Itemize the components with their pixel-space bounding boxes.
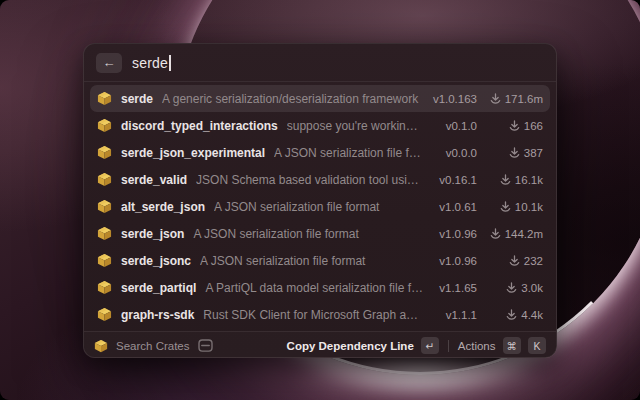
row-meta: v0.0.0 387 [433,147,543,159]
command-icon: ⌘ [507,340,518,352]
crate-description: A JSON serialization file format [193,227,424,241]
crate-version: v1.0.96 [433,255,477,267]
row-meta: v1.0.61 10.1k [433,201,543,213]
result-row-serde-json[interactable]: serde_json A JSON serialization file for… [90,220,550,247]
result-row-serde-jsonc[interactable]: serde_jsonc A JSON serialization file fo… [90,247,550,274]
crate-icon [97,118,112,133]
crate-description: JSON Schema based validation tool using … [196,173,424,187]
crate-icon [97,199,112,214]
row-meta: v1.0.96 232 [433,255,543,267]
crate-downloads: 171.6m [487,93,543,105]
crate-version: v0.1.0 [433,120,477,132]
crate-name: serde_jsonc [121,254,191,268]
extension-crate-icon [94,339,108,353]
crate-description: A JSON serialization file format [214,200,424,214]
k-key-badge: K [528,337,546,354]
search-input[interactable]: serde [132,55,171,71]
result-row-serde[interactable]: serde A generic serialization/deserializ… [90,85,550,112]
crate-downloads: 387 [487,147,543,159]
crate-downloads: 3.0k [487,282,543,294]
back-arrow-icon: ← [103,55,116,70]
row-meta: v0.1.0 166 [433,120,543,132]
crate-name: serde_valid [121,173,187,187]
download-icon [500,174,511,185]
action-bar: Search Crates Copy Dependency Line ↵ Act… [84,331,556,358]
crate-downloads: 144.2m [487,228,543,240]
command-key-badge: ⌘ [503,337,522,354]
crate-icon [97,253,112,268]
divider [448,340,449,352]
command-name: Search Crates [116,340,190,352]
wallpaper-glow [290,352,550,396]
action-bar-right: Copy Dependency Line ↵ Actions ⌘ K [287,337,546,354]
crate-version: v0.0.0 [433,147,477,159]
crate-downloads: 4.4k [487,309,543,321]
download-icon [506,282,517,293]
crate-description: A JSON serialization file format [274,146,424,160]
crate-version: v1.0.163 [433,93,477,105]
download-icon [509,120,520,131]
crate-icon [97,307,112,322]
result-row-serde-valid[interactable]: serde_valid JSON Schema based validation… [90,166,550,193]
crate-version: v1.0.61 [433,201,477,213]
row-meta: v1.1.65 3.0k [433,282,543,294]
crate-description: suppose you're working with discord slas… [287,119,424,133]
text-cursor [169,55,171,71]
actions-menu-button[interactable]: Actions [458,340,496,352]
crate-name: alt_serde_json [121,200,205,214]
crate-description: A generic serialization/deserialization … [162,92,424,106]
crate-name: serde_partiql [121,281,196,295]
result-row-graph-rs-sdk[interactable]: graph-rs-sdk Rust SDK Client for Microso… [90,301,550,328]
crate-version: v1.1.1 [433,309,477,321]
crate-description: Rust SDK Client for Microsoft Graph and … [203,308,424,322]
results-list: serde A generic serialization/deserializ… [84,82,556,331]
result-row-discord-typed-interactions[interactable]: discord_typed_interactions suppose you'r… [90,112,550,139]
crate-version: v0.16.1 [433,174,477,186]
crate-name: graph-rs-sdk [121,308,194,322]
crate-downloads: 16.1k [487,174,543,186]
row-meta: v1.0.96 144.2m [433,228,543,240]
crate-name: discord_typed_interactions [121,119,278,133]
crate-downloads: 166 [487,120,543,132]
desktop: ← serde serde A generic serialization/de… [0,0,640,400]
result-row-serde-partiql[interactable]: serde_partiql A PartiQL data model seria… [90,274,550,301]
crate-icon [97,280,112,295]
download-icon [490,93,501,104]
crate-name: serde_json [121,227,184,241]
crate-icon [97,172,112,187]
crate-downloads: 232 [487,255,543,267]
crate-downloads: 10.1k [487,201,543,213]
crate-name: serde_json_experimental [121,146,265,160]
enter-key-badge: ↵ [421,337,439,354]
download-icon [509,255,520,266]
result-row-alt-serde-json[interactable]: alt_serde_json A JSON serialization file… [90,193,550,220]
download-icon [490,228,501,239]
launcher-window: ← serde serde A generic serialization/de… [83,43,557,358]
crate-icon [97,145,112,160]
back-button[interactable]: ← [96,53,122,73]
download-icon [500,201,511,212]
search-query-text: serde [132,55,168,71]
crate-icon [97,91,112,106]
crate-icon [97,226,112,241]
crate-version: v1.1.65 [433,282,477,294]
row-meta: v1.1.1 4.4k [433,309,543,321]
primary-action-button[interactable]: Copy Dependency Line [287,340,414,352]
row-meta: v1.0.163 171.6m [433,93,543,105]
crate-version: v1.0.96 [433,228,477,240]
detail-panel-icon [198,339,213,352]
crate-description: A PartiQL data model serialization file … [205,281,424,295]
row-meta: v0.16.1 16.1k [433,174,543,186]
crate-description: A JSON serialization file format [200,254,424,268]
return-icon: ↵ [425,340,434,352]
download-icon [506,309,517,320]
result-row-serde-json-experimental[interactable]: serde_json_experimental A JSON serializa… [90,139,550,166]
search-bar: ← serde [84,44,556,82]
crate-name: serde [121,92,153,106]
download-icon [509,147,520,158]
